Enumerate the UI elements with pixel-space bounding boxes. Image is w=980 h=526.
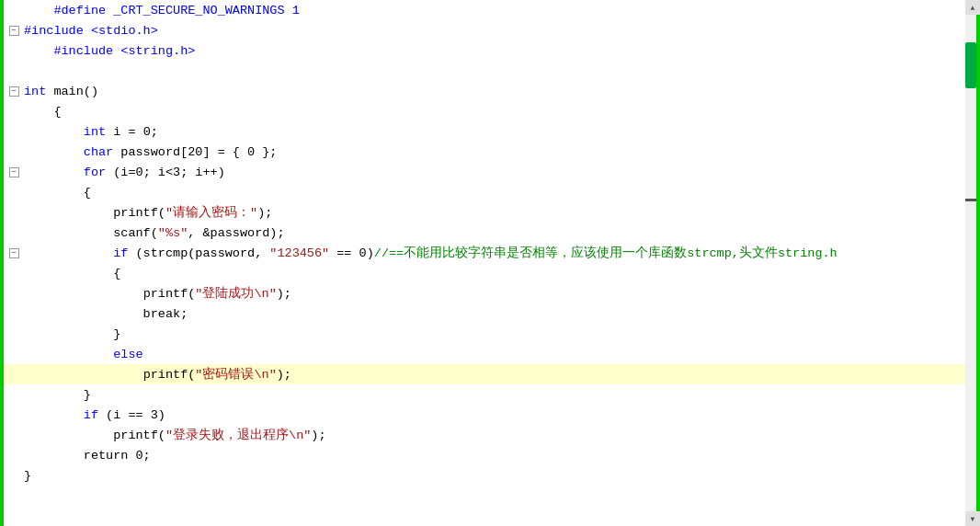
code-line-7: int i = 0; <box>4 121 965 142</box>
code-text-13: if (strcmp(password, "123456" == 0)//==不… <box>24 245 838 261</box>
code-line-5: − int main() <box>4 81 965 101</box>
code-text-4 <box>24 64 31 78</box>
code-panel: #define _CRT_SECURE_NO_WARNINGS 1 − #inc… <box>4 0 965 526</box>
code-line-24: } <box>4 465 965 486</box>
collapse-13[interactable]: − <box>4 248 24 258</box>
scroll-thumb[interactable] <box>965 42 976 88</box>
code-line-2: − #include <stdio.h> <box>4 20 965 40</box>
code-text-14: { <box>24 267 120 280</box>
code-text-21: if (i == 3) <box>24 408 165 422</box>
code-line-9: − for (i=0; i<3; i++) <box>4 162 965 182</box>
scrollbar[interactable]: ▲ ▼ <box>965 0 980 526</box>
code-line-6: { <box>4 101 965 121</box>
code-text-8: char password[20] = { 0 }; <box>24 145 277 159</box>
scroll-down-arrow[interactable]: ▼ <box>965 511 980 526</box>
code-line-4 <box>4 61 965 81</box>
scroll-up-arrow[interactable]: ▲ <box>965 0 980 15</box>
code-line-21: if (i == 3) <box>4 405 965 425</box>
code-line-23: return 0; <box>4 445 965 465</box>
code-line-17: } <box>4 324 965 344</box>
collapse-btn-5[interactable]: − <box>9 86 19 97</box>
code-line-12: scanf("%s", &password); <box>4 223 965 243</box>
code-text-16: break; <box>24 307 188 321</box>
code-text-11: printf("请输入密码："); <box>24 204 272 221</box>
code-line-14: { <box>4 263 965 283</box>
code-text-2: #include <stdio.h> <box>24 24 158 38</box>
code-line-8: char password[20] = { 0 }; <box>4 142 965 162</box>
collapse-btn-2[interactable]: − <box>9 26 19 36</box>
code-line-3: #include <string.h> <box>4 40 965 61</box>
code-text-10: { <box>24 186 91 200</box>
code-text-9: for (i=0; i<3; i++) <box>24 166 225 179</box>
code-text-1: #define _CRT_SECURE_NO_WARNINGS 1 <box>24 4 300 17</box>
code-line-16: break; <box>4 303 965 324</box>
code-line-1: #define _CRT_SECURE_NO_WARNINGS 1 <box>4 0 965 20</box>
collapse-2[interactable]: − <box>4 26 24 36</box>
code-text-5: int main() <box>24 85 98 98</box>
code-line-11: printf("请输入密码："); <box>4 202 965 223</box>
editor-container: #define _CRT_SECURE_NO_WARNINGS 1 − #inc… <box>0 0 980 526</box>
code-line-19: printf("密码错误\n"); <box>4 364 965 384</box>
code-line-22: printf("登录失败，退出程序\n"); <box>4 425 965 445</box>
code-line-13: − if (strcmp(password, "123456" == 0)//=… <box>4 243 965 263</box>
code-text-15: printf("登陆成功\n"); <box>24 285 291 302</box>
code-text-17: } <box>24 327 120 341</box>
scroll-marker <box>965 199 976 201</box>
code-text-23: return 0; <box>24 449 151 463</box>
code-content: #define _CRT_SECURE_NO_WARNINGS 1 − #inc… <box>4 0 965 526</box>
collapse-9[interactable]: − <box>4 167 24 177</box>
scroll-track[interactable] <box>965 15 980 511</box>
collapse-5[interactable]: − <box>4 86 24 97</box>
code-text-3: #include <string.h> <box>24 44 195 58</box>
code-text-6: { <box>24 105 62 119</box>
scroll-accent <box>976 15 980 511</box>
code-text-12: scanf("%s", &password); <box>24 226 285 240</box>
code-line-15: printf("登陆成功\n"); <box>4 283 965 303</box>
down-arrow-icon: ▼ <box>971 515 975 523</box>
code-line-18: else <box>4 344 965 364</box>
code-text-22: printf("登录失败，退出程序\n"); <box>24 427 326 443</box>
code-line-20: } <box>4 384 965 405</box>
up-arrow-icon: ▲ <box>971 4 975 12</box>
code-text-7: int i = 0; <box>24 125 158 139</box>
code-line-10: { <box>4 182 965 202</box>
code-text-24: } <box>24 469 31 483</box>
code-text-20: } <box>24 388 91 402</box>
collapse-btn-9[interactable]: − <box>9 167 19 177</box>
collapse-btn-13[interactable]: − <box>9 248 19 258</box>
code-text-19: printf("密码错误\n"); <box>24 366 291 383</box>
code-text-18: else <box>24 348 143 361</box>
